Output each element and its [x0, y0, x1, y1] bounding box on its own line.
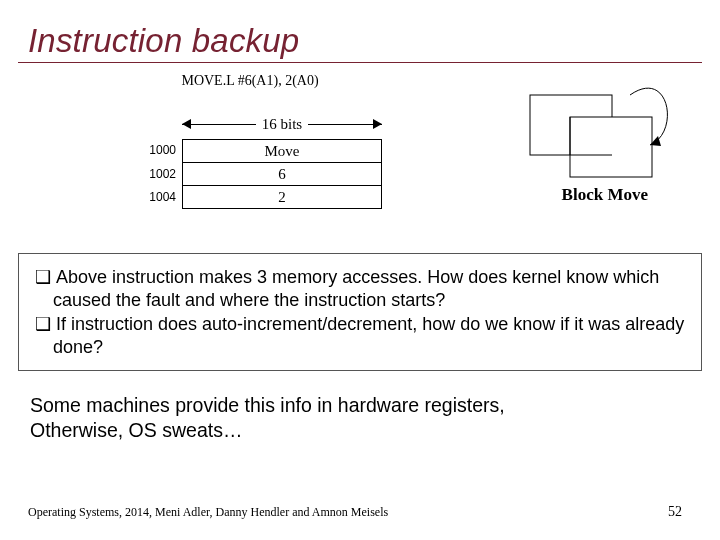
page-number: 52 [668, 504, 682, 520]
block-move-label: Block Move [562, 185, 648, 205]
cell-2: 2 [183, 186, 382, 209]
bit-width-arrow: 16 bits [182, 115, 382, 133]
bit-width-label: 16 bits [256, 116, 308, 133]
cell-6: 6 [183, 163, 382, 186]
block-move-diagram [520, 73, 680, 183]
bullet-2-text: If instruction does auto-increment/decre… [53, 314, 684, 357]
bullet-box: ❑ Above instruction makes 3 memory acces… [18, 253, 702, 371]
bullet-1-text: Above instruction makes 3 memory accesse… [53, 267, 659, 310]
diagram-area: MOVE.L #6(A1), 2(A0) 16 bits 1000 1002 1… [0, 73, 720, 253]
arrow-right-icon [373, 119, 382, 129]
table-row: 6 [183, 163, 382, 186]
footnote-line-2: Otherwise, OS sweats… [30, 418, 690, 443]
table-row: 2 [183, 186, 382, 209]
addr-1000: 1000 [134, 143, 176, 157]
memory-table: Move 6 2 [182, 139, 382, 209]
cell-move: Move [183, 140, 382, 163]
addr-1002: 1002 [134, 167, 176, 181]
table-row: Move [183, 140, 382, 163]
footnote-line-1: Some machines provide this info in hardw… [30, 393, 690, 418]
svg-rect-1 [570, 117, 652, 177]
arrow-left-icon [182, 119, 191, 129]
title-underline [18, 62, 702, 63]
bullet-1: ❑ Above instruction makes 3 memory acces… [29, 266, 691, 311]
page-title: Instruction backup [0, 0, 720, 62]
bullet-2: ❑ If instruction does auto-increment/dec… [29, 313, 691, 358]
footnote: Some machines provide this info in hardw… [30, 393, 690, 444]
footer-credits: Operating Systems, 2014, Meni Adler, Dan… [28, 505, 388, 520]
addr-1004: 1004 [134, 190, 176, 204]
